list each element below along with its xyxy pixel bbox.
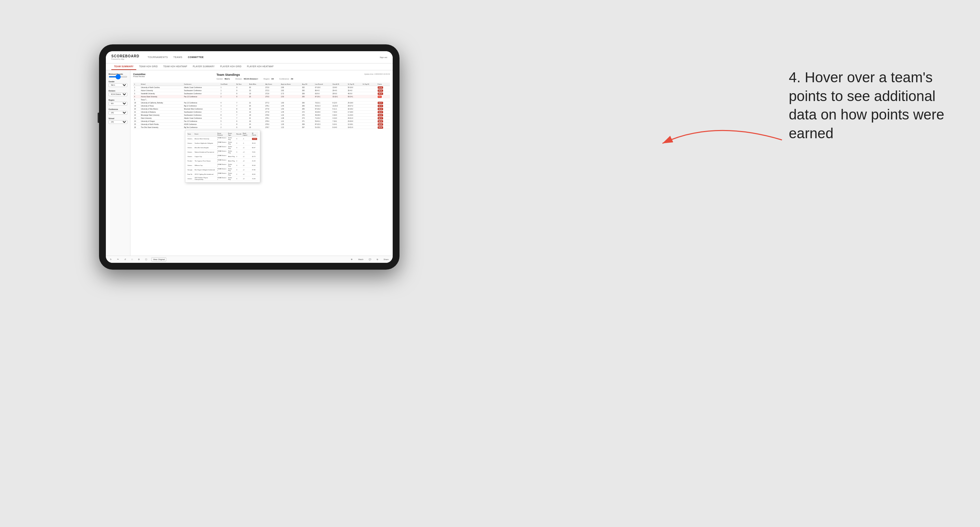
- sidebar-gender: Gender Men's: [108, 81, 127, 87]
- tt-col-event-div: Event Division: [217, 132, 228, 137]
- update-time: Update time: 13/03/2024 10:03:42: [364, 73, 390, 75]
- sidebar-min-rounds: Minimum Rounds: [108, 73, 127, 78]
- sidebar-school-select[interactable]: (All): [108, 120, 127, 124]
- content-panel: Committee Portal Review Team Standings G…: [130, 70, 393, 256]
- tooltip-row: Univers National Invitational Tournament…: [187, 150, 258, 154]
- standings-title: Team Standings: [216, 73, 293, 76]
- tooltip-row: East Ter OFCC Fighting Illini Invitation…: [187, 172, 258, 176]
- comment-button[interactable]: 💬: [368, 258, 372, 261]
- committee-title: Committee: [133, 73, 145, 75]
- table-row: 19 University of Texas Big 12 Conference…: [133, 105, 390, 108]
- sub-nav-team-h2h-grid[interactable]: TEAM H2H GRID: [136, 63, 161, 70]
- tooltip-row: Univers 2023 Sahalee Players Championshi…: [187, 176, 258, 181]
- nav-teams[interactable]: TEAMS: [173, 55, 183, 59]
- copy-button[interactable]: □: [130, 258, 134, 261]
- logo-area: SCOREBOARD Powered by clipp: [111, 54, 139, 60]
- logo-sub: Powered by clipp: [111, 58, 139, 60]
- points-badge-26[interactable]: 83.94: [378, 126, 383, 129]
- nav-tournaments[interactable]: TOURNAMENTS: [148, 55, 168, 59]
- redo-button[interactable]: ↼: [116, 258, 120, 261]
- sign-out-button[interactable]: Sign out: [380, 56, 387, 59]
- tooltip-row: Univers Copper Cup NCAA Division I Match…: [187, 154, 258, 159]
- annotation-text: 4. Hover over a team's points to see add…: [789, 68, 953, 143]
- table-row: 23 Duke University Atlantic Coast Confer…: [133, 117, 390, 120]
- undo-button[interactable]: ↻: [108, 258, 113, 261]
- app-header: SCOREBOARD Powered by clipp TOURNAMENTS …: [106, 51, 393, 63]
- col-avg-low: Avg Low Score: [280, 83, 301, 86]
- filter-row: Gender: Men's Division: NCAA Division I …: [216, 78, 293, 80]
- table-row: 25 University of North Florida ASUN Conf…: [133, 123, 390, 126]
- filter-conference: Conference: All: [279, 78, 293, 80]
- filter-region: Region: All: [264, 78, 274, 80]
- col-adj-score: Adj. Score: [264, 83, 280, 86]
- view-original-button[interactable]: View: Original: [151, 257, 166, 262]
- annotation-container: 4. Hover over a team's points to see add…: [789, 68, 953, 143]
- tt-col-w-points: W Points: [251, 132, 258, 137]
- sidebar-division-select[interactable]: NCAA Division I: [108, 92, 127, 96]
- sidebar-region-label: Region: [108, 99, 127, 101]
- tooltip-row: Georgia Ben Hogan Collegiate Invitationa…: [187, 168, 258, 172]
- points-badge-25[interactable]: 83.89: [378, 123, 383, 125]
- points-badge-23[interactable]: 88.71: [378, 117, 383, 119]
- committee-subtitle: Portal Review: [133, 75, 145, 78]
- sidebar-division-label: Division: [108, 90, 127, 92]
- col-overall25: Overall 25: [332, 83, 347, 86]
- points-badge-1[interactable]: 97.02: [378, 86, 383, 89]
- watch-button[interactable]: Watch: [357, 258, 365, 261]
- sidebar-gender-label: Gender: [108, 81, 127, 83]
- tablet-frame: SCOREBOARD Powered by clipp TOURNAMENTS …: [99, 44, 399, 270]
- col-conference: Conference: [183, 83, 220, 86]
- sub-nav-player-h2h-grid[interactable]: PLAYER H2H GRID: [218, 63, 245, 70]
- points-badge-3[interactable]: 90.32: [378, 92, 383, 95]
- sidebar-region: Region N/A: [108, 99, 127, 105]
- table-row: 4 Arizona State University Pac-12 Confer…: [133, 95, 390, 98]
- points-badge-4[interactable]: 79.5: [378, 95, 382, 98]
- sub-nav-player-summary[interactable]: PLAYER SUMMARY: [190, 63, 217, 70]
- bottom-toolbar: ↻ ↼ ↺ □ ⚙ ⓘ View: Original 👁 Watch 💬 ⧉ S…: [106, 256, 393, 263]
- tt-col-rounds: Rounds: [235, 132, 242, 137]
- tooltip-row: Univers Amer An Intercollegiate NCAA Div…: [187, 145, 258, 150]
- sidebar-region-select[interactable]: N/A: [108, 102, 127, 105]
- sidebar-conference: Conference (All): [108, 108, 127, 115]
- sidebar-division: Division NCAA Division I: [108, 90, 127, 96]
- sidebar-min-rounds-input[interactable]: [108, 76, 127, 78]
- logo-text: SCOREBOARD: [111, 54, 139, 58]
- tt-col-team: Team: [187, 132, 194, 137]
- settings-button[interactable]: ⚙: [137, 258, 141, 261]
- sidebar-conference-label: Conference: [108, 108, 127, 110]
- sidebar-conference-select[interactable]: (All): [108, 111, 127, 115]
- points-badge-21[interactable]: 88.43: [378, 111, 383, 113]
- info-button[interactable]: ⓘ: [144, 258, 148, 262]
- tablet-side-button: [98, 113, 99, 123]
- col-bnds: Bnds Wins: [248, 83, 264, 86]
- sub-nav-team-summary[interactable]: TEAM SUMMARY: [111, 63, 136, 70]
- points-badge-22[interactable]: 83.41: [378, 114, 383, 116]
- tt-col-event-type: Event Type: [228, 132, 235, 137]
- tooltip-row: Florida I The Cypress Point Classic NCAA…: [187, 159, 258, 163]
- sidebar-school: School (All): [108, 117, 127, 124]
- sub-nav-player-h2h-heatmap[interactable]: PLAYER H2H HEATMAP: [244, 63, 276, 70]
- eye-icon: 👁: [349, 258, 354, 261]
- col-vstop50: Vs Top 50: [362, 83, 377, 86]
- points-badge-24[interactable]: 88.54: [378, 120, 383, 122]
- points-badge-18[interactable]: 83.07: [378, 102, 383, 104]
- main-content: Minimum Rounds Gender Men's Division NCA…: [106, 70, 393, 256]
- sidebar-gender-select[interactable]: Men's: [108, 83, 127, 87]
- tooltip-table: Team Event Event Division Event Type Rou…: [187, 132, 258, 181]
- tt-col-rank-impact: Rank Impact: [242, 132, 251, 137]
- table-row: 26 The Ohio State University Big Ten Con…: [133, 126, 390, 129]
- col-conf-rank: Conf Rank: [220, 83, 235, 86]
- sub-nav-team-h2h-heatmap[interactable]: TEAM H2H HEATMAP: [161, 63, 190, 70]
- fullscreen-button[interactable]: ⧉: [375, 258, 379, 262]
- table-row: 1 University of North Carolina Atlantic …: [133, 86, 390, 89]
- table-row: 21 University of Alabama Southeastern Co…: [133, 111, 390, 114]
- points-badge-19[interactable]: 88.70: [378, 105, 383, 107]
- table-row: 3 Vanderbilt University Southeastern Con…: [133, 92, 390, 95]
- share-button[interactable]: Share: [382, 258, 390, 261]
- points-badge-2[interactable]: 93.31: [378, 89, 383, 92]
- points-badge-20[interactable]: 88.49: [378, 108, 383, 110]
- red-arrow: [645, 113, 789, 174]
- refresh-button[interactable]: ↺: [123, 258, 127, 261]
- col-vstop25: Vs Top 25: [347, 83, 362, 86]
- nav-committee[interactable]: COMMITTEE: [188, 55, 204, 59]
